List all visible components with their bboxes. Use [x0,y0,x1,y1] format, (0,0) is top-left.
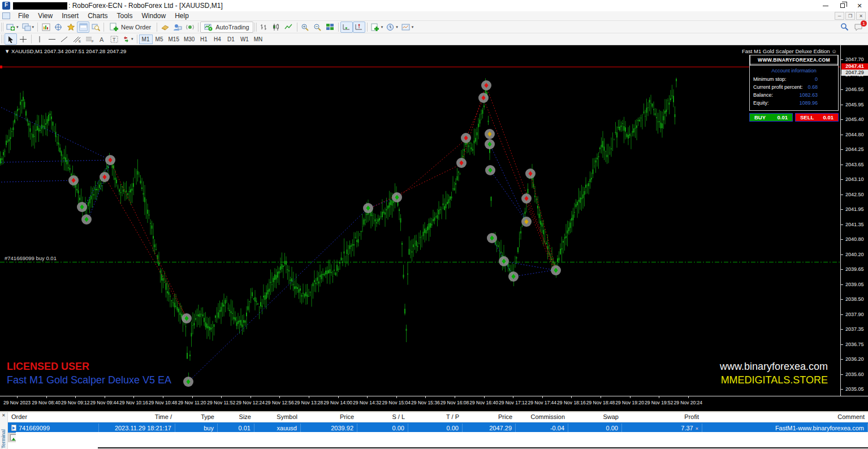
chat-icon[interactable]: 1 [854,23,863,31]
arrows-tool-button[interactable]: ▾ [120,33,135,45]
column-header[interactable]: Order [8,412,99,422]
column-header[interactable]: T / P [408,412,463,422]
metaeditor-icon[interactable] [159,21,171,33]
child-close-button[interactable]: ✕ [856,12,866,20]
trade-marker[interactable] [525,169,536,179]
data-window-icon[interactable] [52,21,64,33]
trade-marker[interactable] [521,217,532,227]
trade-marker[interactable] [456,158,467,168]
child-restore-button[interactable]: ❐ [845,12,855,20]
trade-marker[interactable] [68,175,79,185]
column-header[interactable]: Comment [702,412,868,422]
trade-marker[interactable] [499,256,509,266]
menu-window[interactable]: Window [137,11,171,20]
trade-marker[interactable] [508,271,519,282]
candle-chart-icon[interactable] [270,21,283,33]
menu-file[interactable]: File [14,11,33,20]
menu-help[interactable]: Help [170,11,193,20]
trade-marker[interactable] [485,129,495,139]
column-header[interactable]: Type [175,412,218,422]
terminal-close-icon[interactable]: ✕ [2,413,6,418]
trade-marker[interactable] [81,214,92,225]
timeframe-d1[interactable]: D1 [224,34,237,44]
trade-marker[interactable] [487,233,497,243]
expert-advisors-icon[interactable] [171,21,184,33]
strategy-tester-icon[interactable] [89,21,102,33]
autotrading-button[interactable]: AutoTrading [200,21,253,33]
cursor-tool-icon[interactable] [5,33,17,45]
column-header[interactable]: Commission [516,412,568,422]
line-chart-icon[interactable] [283,21,295,33]
horizontal-line-tool-icon[interactable] [46,33,58,45]
trade-marker[interactable] [183,377,193,387]
menu-view[interactable]: View [33,11,57,20]
trade-marker[interactable] [77,202,87,212]
text-tool-icon[interactable]: A [96,33,108,45]
broadcast-icon[interactable] [184,21,196,33]
column-header[interactable]: Price [301,412,357,422]
menu-insert[interactable]: Insert [57,11,83,20]
fibonacci-tool-icon[interactable]: F [83,33,96,45]
timeframe-m30[interactable]: M30 [182,34,197,44]
new-chart-button[interactable]: ▾ [5,21,20,33]
restore-button[interactable] [834,0,851,11]
trade-marker[interactable] [182,313,192,323]
trade-marker[interactable] [478,93,489,103]
crosshair-tool-icon[interactable] [17,33,29,45]
timeframe-m5[interactable]: M5 [153,34,166,44]
minimize-button[interactable] [817,0,834,11]
menu-tools[interactable]: Tools [113,11,137,20]
close-button[interactable]: ✕ [851,0,868,11]
trade-marker[interactable] [551,265,561,275]
price-axis[interactable]: 2047.702047.152046.552045.952045.402044.… [840,45,868,396]
navigator-icon[interactable] [64,21,77,33]
close-order-icon[interactable]: × [696,426,698,431]
column-header[interactable]: Size [218,412,254,422]
trade-marker[interactable] [392,192,402,202]
trade-marker[interactable] [363,203,373,213]
timeframe-m1[interactable]: M1 [139,34,153,44]
menu-charts[interactable]: Charts [83,11,112,20]
trade-marker[interactable] [461,133,471,143]
zoom-in-icon[interactable] [299,21,312,33]
bar-chart-icon[interactable] [258,21,270,33]
profiles-button[interactable]: ▾ [20,21,36,33]
sell-button[interactable]: SELL0.01 [795,113,839,122]
buy-button[interactable]: BUY0.01 [749,113,793,122]
timeframe-w1[interactable]: W1 [237,34,251,44]
timeframe-m15[interactable]: M15 [166,34,182,44]
trade-marker[interactable] [481,80,491,90]
child-minimize-button[interactable]: ─ [835,12,844,20]
trendline-tool-icon[interactable] [58,33,71,45]
terminal-panel-button[interactable] [77,21,89,33]
chart-area[interactable]: ▼ XAUUSD,M1 2047.34 2047.51 2047.28 2047… [0,45,868,411]
column-header[interactable]: Profit [622,412,702,422]
market-watch-icon[interactable] [40,21,52,33]
periods-button[interactable]: ▾ [385,21,400,33]
channel-tool-icon[interactable]: E [71,33,83,45]
trade-marker[interactable] [521,193,532,204]
column-header[interactable]: Time / [99,412,175,422]
new-order-button[interactable]: New Order [106,21,155,33]
trade-marker[interactable] [105,155,115,165]
templates-button[interactable]: ▾ [400,21,416,33]
trade-marker[interactable] [100,172,110,182]
timeframe-mn[interactable]: MN [251,34,265,44]
timeframe-h4[interactable]: H4 [210,34,224,44]
zoom-out-icon[interactable] [312,21,324,33]
trade-marker[interactable] [485,139,495,149]
column-header[interactable]: Swap [568,412,622,422]
time-axis[interactable]: 29 Nov 202329 Nov 08:4029 Nov 09:1229 No… [0,396,868,411]
autoscroll-icon[interactable] [340,21,353,33]
orders-table-header[interactable]: OrderTime /TypeSizeSymbolPriceS / LT / P… [8,412,868,422]
text-label-tool-icon[interactable]: T [108,33,120,45]
trade-marker[interactable] [485,165,495,175]
tile-windows-icon[interactable] [324,21,336,33]
open-order-row[interactable]: 7416690992023.11.29 18:21:17buy0.01xauus… [8,422,868,433]
column-header[interactable]: Price [463,412,516,422]
vertical-line-tool-icon[interactable] [33,33,46,45]
price-plot[interactable]: ▼ XAUUSD,M1 2047.34 2047.51 2047.28 2047… [0,45,840,396]
search-icon[interactable] [840,23,849,31]
column-header[interactable]: Symbol [254,412,301,422]
timeframe-h1[interactable]: H1 [197,34,210,44]
